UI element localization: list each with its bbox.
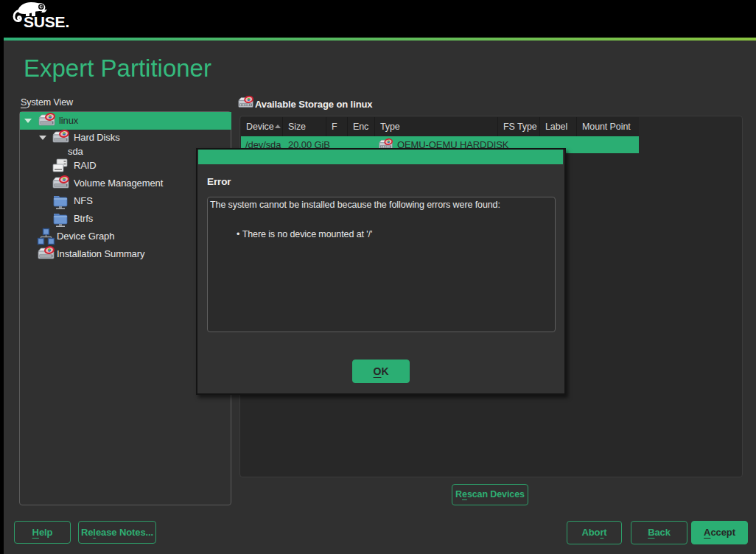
svg-text:SUSE.: SUSE. (24, 13, 69, 30)
